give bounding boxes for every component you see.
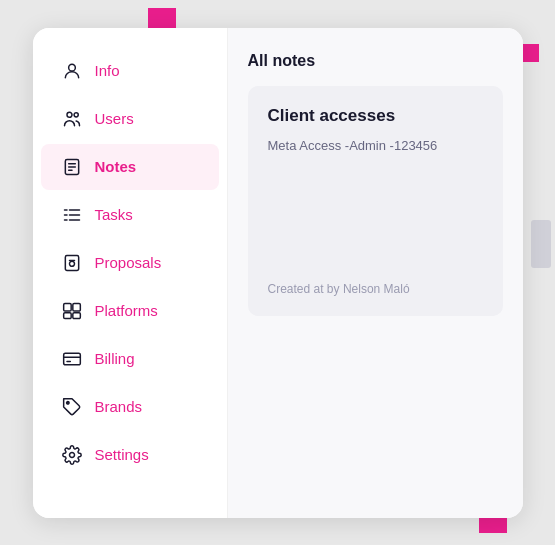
svg-point-22	[66, 401, 69, 404]
sidebar-item-billing[interactable]: Billing	[41, 336, 219, 382]
sidebar-item-notes[interactable]: Notes	[41, 144, 219, 190]
tasks-icon	[61, 204, 83, 226]
brands-icon	[61, 396, 83, 418]
sidebar-item-proposals[interactable]: Proposals	[41, 240, 219, 286]
person-icon	[61, 60, 83, 82]
users-icon	[61, 108, 83, 130]
sidebar: Info Users	[33, 28, 228, 518]
main-content: All notes Client accesses Meta Access -A…	[228, 28, 523, 518]
sidebar-item-tasks-label: Tasks	[95, 206, 133, 223]
sidebar-item-users-label: Users	[95, 110, 134, 127]
note-card-footer: Created at by Nelson Maló	[268, 282, 483, 296]
decoration-mid-right	[531, 220, 551, 268]
sidebar-item-brands-label: Brands	[95, 398, 143, 415]
svg-rect-17	[63, 312, 70, 318]
note-card-title: Client accesses	[268, 106, 483, 126]
platforms-icon	[61, 300, 83, 322]
proposals-icon	[61, 252, 83, 274]
svg-point-2	[74, 112, 78, 116]
sidebar-item-proposals-label: Proposals	[95, 254, 162, 271]
svg-point-1	[67, 112, 72, 117]
sidebar-item-notes-label: Notes	[95, 158, 137, 175]
notes-icon	[61, 156, 83, 178]
sidebar-item-settings[interactable]: Settings	[41, 432, 219, 478]
sidebar-item-platforms-label: Platforms	[95, 302, 158, 319]
svg-rect-16	[72, 303, 80, 311]
svg-rect-13	[65, 255, 78, 270]
svg-rect-19	[63, 353, 80, 365]
sidebar-item-brands[interactable]: Brands	[41, 384, 219, 430]
sidebar-item-settings-label: Settings	[95, 446, 149, 463]
svg-rect-15	[63, 303, 70, 311]
main-card: Info Users	[33, 28, 523, 518]
svg-rect-18	[72, 312, 80, 318]
sidebar-item-tasks[interactable]: Tasks	[41, 192, 219, 238]
sidebar-item-info-label: Info	[95, 62, 120, 79]
section-title: All notes	[248, 52, 503, 70]
svg-point-14	[69, 261, 74, 266]
sidebar-item-info[interactable]: Info	[41, 48, 219, 94]
svg-point-0	[68, 64, 75, 71]
note-card-body: Meta Access -Admin -123456	[268, 138, 483, 153]
decoration-top-right	[521, 44, 539, 62]
settings-icon	[61, 444, 83, 466]
sidebar-item-billing-label: Billing	[95, 350, 135, 367]
sidebar-item-users[interactable]: Users	[41, 96, 219, 142]
sidebar-item-platforms[interactable]: Platforms	[41, 288, 219, 334]
svg-point-23	[69, 452, 74, 457]
note-card[interactable]: Client accesses Meta Access -Admin -1234…	[248, 86, 503, 316]
billing-icon	[61, 348, 83, 370]
